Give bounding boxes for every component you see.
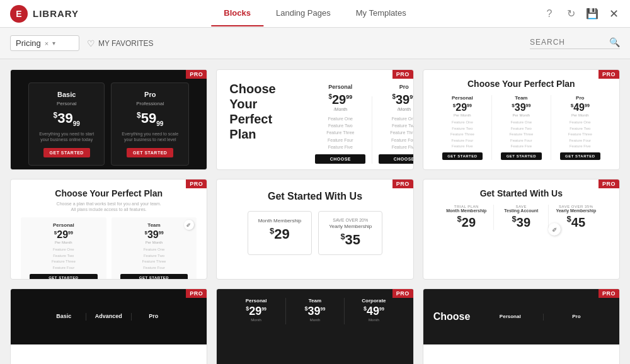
template-card-4[interactable]: PRO Choose Your Perfect Plan Choose a pl… bbox=[10, 179, 207, 280]
save-icon[interactable]: 💾 bbox=[586, 8, 598, 20]
plan-basic: Basic Personal $3999 Everything you need… bbox=[28, 82, 105, 166]
logo-icon: E bbox=[10, 5, 28, 23]
plan-personal: Personal bbox=[478, 314, 544, 321]
template-card-2[interactable]: PRO ChooseYourPerfectPlan Personal $2999… bbox=[216, 69, 413, 170]
get-started-button[interactable]: GET STARTED bbox=[120, 274, 188, 280]
plan-price: $5999 bbox=[122, 110, 178, 127]
card-9-inner: Choose Personal Pro bbox=[423, 289, 619, 344]
filter-label: Pricing bbox=[16, 38, 41, 48]
filter-dropdown[interactable]: Pricing × ▾ bbox=[10, 35, 79, 51]
plan-yearly: SAVE OVER 35% Yearly Membership $45 bbox=[554, 205, 598, 230]
pro-badge: PRO bbox=[598, 179, 619, 188]
get-started-button[interactable]: GET STARTED bbox=[442, 152, 483, 160]
tab-my-templates[interactable]: My Templates bbox=[343, 1, 419, 26]
card-plans: Personal $2999 Per Month Feature OneFeat… bbox=[433, 95, 609, 160]
close-icon[interactable]: ✕ bbox=[607, 8, 620, 20]
card-title: Choose Your Perfect Plan bbox=[21, 188, 197, 198]
choose-button[interactable]: CHOOSE bbox=[315, 154, 365, 164]
card-title: Choose Your Perfect Plan bbox=[433, 79, 609, 89]
plan-personal: Personal $2999 Month bbox=[227, 298, 285, 324]
template-card-3[interactable]: PRO Choose Your Perfect Plan Personal $2… bbox=[423, 69, 620, 170]
plan-team: Team $3999 Month bbox=[286, 298, 345, 324]
get-started-button[interactable]: GET STARTED bbox=[560, 152, 600, 160]
plan-month: TRIAL PLAN Month Membership $29 bbox=[444, 205, 488, 230]
card-title: Get Started With Us bbox=[229, 191, 400, 202]
app-title: LIBRARY bbox=[33, 8, 79, 19]
header-actions: ? ↻ 💾 ✕ bbox=[543, 8, 620, 20]
get-started-button[interactable]: GET STARTED bbox=[501, 152, 541, 160]
card-plans: Personal $2999 /Month Feature OneFeature… bbox=[315, 81, 413, 164]
get-started-button[interactable]: GET STARTED bbox=[43, 148, 90, 157]
plan-basic: Basic bbox=[42, 313, 86, 321]
plan-advanced: Advanced bbox=[86, 313, 132, 321]
divider bbox=[372, 96, 372, 164]
template-card-7[interactable]: PRO Get Started With Us TRIAL PLAN Month… bbox=[423, 179, 620, 280]
pro-badge: PRO bbox=[392, 179, 413, 188]
card-subtitle: Choose a plan that works best for you an… bbox=[21, 201, 197, 212]
heart-icon: ♡ bbox=[87, 38, 95, 48]
pro-badge: PRO bbox=[186, 179, 207, 188]
chevron-down-icon: ▾ bbox=[52, 40, 55, 47]
card-title: ChooseYourPerfectPlan bbox=[229, 81, 305, 142]
card-8-inner: Personal $2999 Month Team $3999 Month Co… bbox=[217, 289, 413, 364]
logo-area: E LIBRARY bbox=[10, 5, 111, 23]
plan-month: Month Membership $29 bbox=[248, 211, 312, 255]
pro-badge: PRO bbox=[598, 70, 619, 79]
question-icon[interactable]: ? bbox=[543, 8, 556, 20]
plan-pro: Pro Professional $5999 Everything you ne… bbox=[111, 82, 189, 166]
plan-desc: Everything you need to startyour busines… bbox=[39, 131, 94, 142]
card-plans: Personal $2999 Month Team $3999 Month Co… bbox=[227, 298, 403, 324]
pro-badge: PRO bbox=[186, 70, 207, 79]
plan-personal: Personal $2999 /Month Feature OneFeature… bbox=[315, 84, 365, 164]
plan-personal: Personal $2999 Per Month Feature OneFeat… bbox=[433, 95, 492, 160]
plan-subtitle: Professional bbox=[122, 101, 178, 106]
template-card-9[interactable]: PRO Choose Personal Pro bbox=[423, 288, 620, 364]
card-title: Get Started With Us bbox=[433, 188, 609, 198]
template-card-8[interactable]: PRO Personal $2999 Month Team $3999 Mont… bbox=[216, 288, 413, 364]
plan-name: Pro bbox=[122, 91, 178, 98]
header: E LIBRARY Blocks Landing Pages My Templa… bbox=[0, 0, 630, 28]
get-started-button[interactable]: GET STARTED bbox=[127, 148, 173, 157]
plan-name: Basic bbox=[39, 91, 94, 98]
card-choose-label: Choose bbox=[433, 311, 471, 322]
plan-pro: Pro $4999 Per Month Feature OneFeature T… bbox=[551, 95, 609, 160]
search-input[interactable] bbox=[530, 38, 605, 47]
plan-personal: Personal $2999 Per Month Feature OneFeat… bbox=[21, 217, 106, 280]
nav-tabs: Blocks Landing Pages My Templates bbox=[211, 1, 418, 26]
plan-price: $3999 bbox=[39, 110, 94, 127]
favorites-button[interactable]: ♡ MY FAVORITES bbox=[87, 38, 154, 48]
card-2-inner: ChooseYourPerfectPlan Personal $2999 /Mo… bbox=[217, 70, 413, 170]
plan-pro: Pro $3999 /Month Feature OneFeature TwoF… bbox=[379, 84, 413, 164]
search-area: 🔍 bbox=[530, 37, 620, 49]
pro-badge: PRO bbox=[186, 289, 207, 298]
card-5-inner: Get Started With Us Month Membership $29… bbox=[217, 179, 413, 277]
card-plans: Month Membership $29 SAVE OVER 20% Yearl… bbox=[229, 211, 400, 255]
filter-clear-btn[interactable]: × bbox=[45, 40, 49, 47]
card-4-inner: Choose Your Perfect Plan Choose a plan t… bbox=[11, 179, 207, 280]
plan-testing: SAVE Testing Account $39 bbox=[499, 205, 543, 230]
search-icon[interactable]: 🔍 bbox=[609, 37, 620, 47]
card-7-inner: Get Started With Us TRIAL PLAN Month Mem… bbox=[423, 179, 619, 277]
card-plans: TRIAL PLAN Month Membership $29 SAVE Tes… bbox=[433, 205, 609, 230]
plan-desc: Everything you need to scaleyour busines… bbox=[122, 131, 178, 142]
choose-button[interactable]: CHOOSE bbox=[379, 154, 413, 164]
get-started-button[interactable]: GET STARTED bbox=[30, 274, 98, 280]
pro-badge: PRO bbox=[392, 289, 413, 298]
template-grid: PRO Basic Personal $3999 Everything you … bbox=[0, 59, 630, 364]
plan-pro: Pro bbox=[544, 314, 609, 321]
plan-yearly: SAVE OVER 20% Yearly Membership $35 bbox=[318, 211, 382, 255]
plan-team: Team $3999 Per Month Feature OneFeature … bbox=[112, 217, 197, 280]
card-6-inner: Basic Advanced Pro bbox=[11, 289, 207, 344]
template-card-5[interactable]: PRO Get Started With Us Month Membership… bbox=[216, 179, 413, 280]
plan-subtitle: Personal bbox=[39, 101, 94, 106]
divider bbox=[493, 205, 494, 230]
template-card-6[interactable]: PRO Basic Advanced Pro bbox=[10, 288, 207, 364]
tab-landing-pages[interactable]: Landing Pages bbox=[263, 1, 343, 26]
template-card-1[interactable]: PRO Basic Personal $3999 Everything you … bbox=[10, 69, 207, 170]
refresh-icon[interactable]: ↻ bbox=[564, 8, 577, 20]
card-3-inner: Choose Your Perfect Plan Personal $2999 … bbox=[423, 70, 619, 169]
plan-team: Team $3999 Per Month Feature OneFeature … bbox=[492, 95, 551, 160]
card-plans: Personal $2999 Per Month Feature OneFeat… bbox=[21, 217, 197, 280]
tab-blocks[interactable]: Blocks bbox=[211, 1, 263, 26]
card-plans: Personal Pro bbox=[478, 314, 609, 321]
